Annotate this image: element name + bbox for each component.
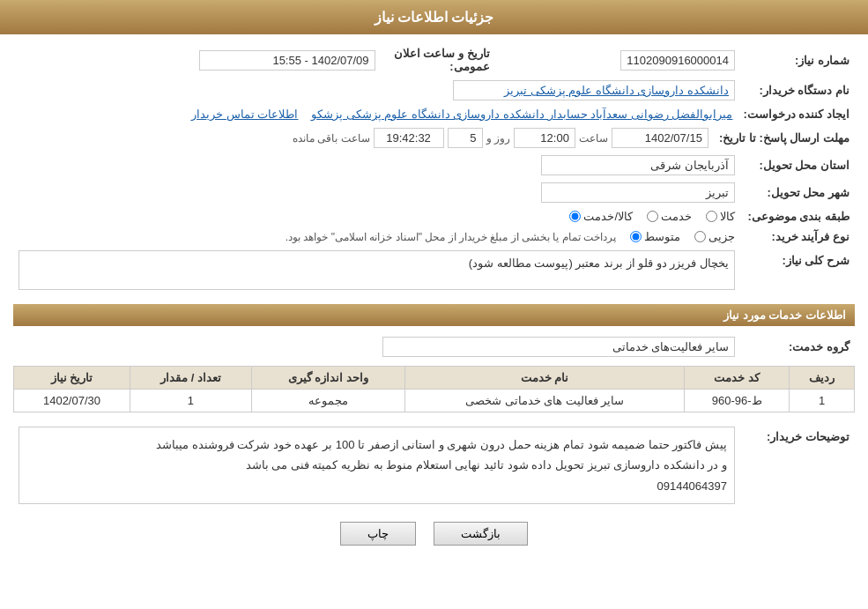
category-kala-khedmat-item: کالا/خدمت [569, 210, 633, 223]
category-khedmat-label: خدمت [661, 210, 692, 223]
deadline-days-box: 5 [448, 128, 483, 148]
date-label: تاریخ و ساعت اعلان عمومی: [381, 43, 495, 77]
page-header: جزئیات اطلاعات نیاز [0, 0, 868, 34]
need-number-box: 1102090916000014 [620, 50, 735, 71]
remaining-time-label: ساعت باقی مانده [293, 132, 370, 145]
need-number-label: شماره نیاز: [740, 43, 855, 77]
back-button[interactable]: بازگشت [434, 522, 528, 546]
purchase-jozi-label: جزیی [708, 230, 735, 243]
buyer-org-box[interactable]: دانشکده داروسازی دانشگاه علوم پزشکی تبری… [453, 80, 735, 100]
info-table-city: شهر محل تحویل: تبریز [13, 179, 855, 206]
deadline-time-label: ساعت [579, 132, 608, 145]
service-group-box: سایر فعالیت‌های خدماتی [382, 337, 735, 357]
table-row: 1ط-96-960سایر فعالیت های خدماتی شخصیمجمو… [14, 390, 855, 412]
remaining-time-box: 19:42:32 [374, 128, 444, 148]
creator-value: میرابوالفضل رضوانی سعدآباد حسابدار دانشک… [13, 104, 738, 124]
col-qty: تعداد / مقدار [130, 367, 251, 390]
page-title: جزئیات اطلاعات نیاز [375, 10, 494, 25]
deadline-days-label: روز و [486, 132, 510, 145]
category-kala-khedmat-radio[interactable] [569, 211, 581, 222]
content-area: شماره نیاز: 1102090916000014 تاریخ و ساع… [0, 34, 868, 563]
info-table-creator: ایجاد کننده درخواست: میرابوالفضل رضوانی … [13, 104, 855, 124]
purchase-jozi-radio[interactable] [694, 231, 706, 242]
buyer-notes-value: پیش فاکتور حتما ضمیمه شود تمام هزینه حمل… [13, 423, 740, 508]
category-khedmat-item: خدمت [647, 210, 692, 223]
date-value: 1402/07/09 - 15:55 [13, 43, 381, 77]
service-info-section: اطلاعات خدمات مورد نیاز گروه خدمت: سایر … [13, 304, 855, 412]
contact-link[interactable]: اطلاعات تماس خریدار [191, 108, 298, 121]
need-desc-label: شرح کلی نیاز: [740, 247, 855, 293]
buyer-org-label: نام دستگاه خریدار: [740, 77, 855, 104]
buyer-org-value: دانشکده داروسازی دانشگاه علوم پزشکی تبری… [13, 77, 740, 104]
category-label: طبقه بندی موضوعی: [740, 206, 855, 227]
date-box: 1402/07/09 - 15:55 [199, 50, 375, 71]
need-desc-table: شرح کلی نیاز: یخچال فریزر دو قلو از برند… [13, 247, 855, 293]
service-group-value: سایر فعالیت‌های خدماتی [13, 333, 740, 360]
creator-label: ایجاد کننده درخواست: [738, 104, 855, 124]
province-value: آذربایجان شرقی [13, 152, 740, 179]
creator-name[interactable]: میرابوالفضل رضوانی سعدآباد حسابدار دانشک… [311, 108, 733, 121]
need-desc-box: یخچال فریزر دو قلو از برند معتبر (پیوست … [19, 250, 735, 290]
info-table-purchase-type: نوع فرآیند خرید: جزیی متوسط پرداخت تمام … [13, 227, 855, 247]
category-kala-label: کالا [720, 210, 735, 223]
category-khedmat-radio[interactable] [647, 211, 658, 222]
info-table-org: نام دستگاه خریدار: دانشکده داروسازی دانش… [13, 77, 855, 104]
purchase-type-label: نوع فرآیند خرید: [740, 227, 855, 247]
purchase-jozi-item: جزیی [694, 230, 735, 243]
city-box: تبریز [541, 182, 735, 203]
info-table-deadline: مهلت ارسال پاسخ: تا تاریخ: 1402/07/15 سا… [13, 124, 855, 152]
buyer-notes-label: توضیحات خریدار: [740, 423, 855, 508]
category-kala-radio[interactable] [706, 211, 717, 222]
deadline-date-box: 1402/07/15 [612, 128, 708, 148]
buyer-notes-section: توضیحات خریدار: پیش فاکتور حتما ضمیمه شو… [13, 423, 855, 508]
purchase-motavasset-label: متوسط [644, 230, 680, 243]
deadline-row: 1402/07/15 ساعت 12:00 روز و 5 19:42:32 س… [13, 124, 714, 152]
watermark-container: یخچال فریزر دو قلو از برند معتبر (پیوست … [19, 250, 735, 290]
purchase-motavasset-item: متوسط [630, 230, 680, 243]
service-info-title: اطلاعات خدمات مورد نیاز [13, 304, 855, 326]
info-table-province: استان محل تحویل: آذربایجان شرقی [13, 152, 855, 179]
province-box: آذربایجان شرقی [541, 155, 735, 175]
col-code: کد خدمت [685, 367, 790, 390]
info-table-top: شماره نیاز: 1102090916000014 تاریخ و ساع… [13, 43, 855, 77]
purchase-motavasset-radio[interactable] [630, 231, 642, 242]
button-group: بازگشت چاپ [13, 522, 855, 546]
need-description-section: شرح کلی نیاز: یخچال فریزر دو قلو از برند… [13, 247, 855, 293]
purchase-type-note: پرداخت تمام یا بخشی از مبلغ خریدار از مح… [286, 231, 616, 243]
page-wrapper: جزئیات اطلاعات نیاز شماره نیاز: 11020909… [0, 0, 868, 609]
buyer-notes-table: توضیحات خریدار: پیش فاکتور حتما ضمیمه شو… [13, 423, 855, 508]
service-group-table: گروه خدمت: سایر فعالیت‌های خدماتی [13, 333, 855, 360]
city-value: تبریز [13, 179, 740, 206]
response-deadline-label: مهلت ارسال پاسخ: تا تاریخ: [714, 124, 855, 152]
info-table-category: طبقه بندی موضوعی: کالا خدمت کالا/خدمت [13, 206, 855, 227]
need-number-value: 1102090916000014 [495, 43, 740, 77]
col-row: ردیف [790, 367, 855, 390]
category-kala-khedmat-label: کالا/خدمت [583, 210, 633, 223]
purchase-type-options: جزیی متوسط پرداخت تمام یا بخشی از مبلغ خ… [13, 227, 740, 247]
service-group-label: گروه خدمت: [740, 333, 855, 360]
services-data-table: ردیف کد خدمت نام خدمت واحد اندازه گیری ت… [13, 366, 855, 412]
print-button[interactable]: چاپ [340, 522, 416, 546]
province-label: استان محل تحویل: [740, 152, 855, 179]
city-label: شهر محل تحویل: [740, 179, 855, 206]
col-name: نام خدمت [404, 367, 684, 390]
buyer-notes-box: پیش فاکتور حتما ضمیمه شود تمام هزینه حمل… [19, 427, 735, 504]
col-unit: واحد اندازه گیری [251, 367, 404, 390]
col-date: تاریخ نیاز [14, 367, 130, 390]
category-options: کالا خدمت کالا/خدمت [13, 206, 740, 227]
deadline-time-box: 12:00 [514, 128, 575, 148]
category-kala-item: کالا [706, 210, 735, 223]
need-desc-value: یخچال فریزر دو قلو از برند معتبر (پیوست … [13, 247, 740, 293]
